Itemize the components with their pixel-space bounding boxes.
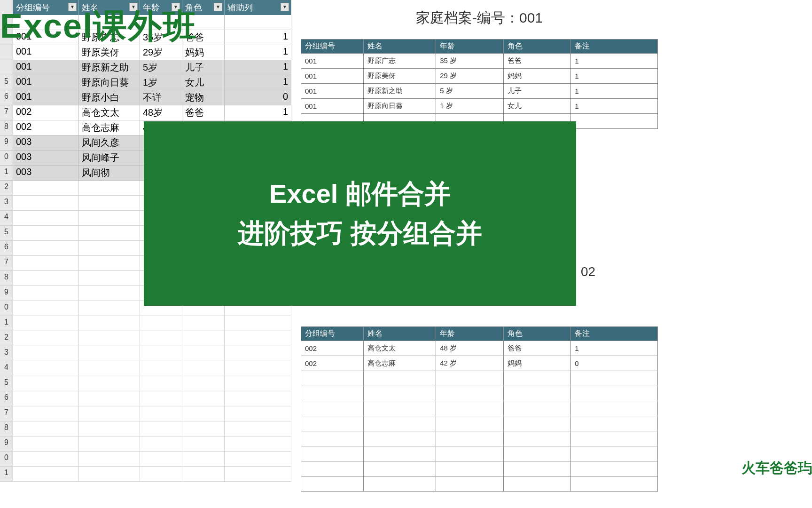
output-row-empty — [301, 476, 658, 492]
cell-age[interactable]: 5岁 — [140, 60, 182, 75]
cell-group[interactable]: 003 — [13, 135, 79, 150]
empty-row[interactable]: 6 — [0, 391, 291, 406]
output-row: 002高仓志麻42 岁妈妈0 — [301, 356, 658, 371]
filter-dropdown-icon[interactable]: ▼ — [214, 3, 222, 11]
output-row-empty — [301, 446, 658, 461]
empty-row[interactable]: 2 — [0, 331, 291, 346]
cell-name[interactable]: 野原小白 — [79, 90, 140, 105]
row-number[interactable]: 9 — [0, 135, 13, 150]
output-table-2: 分组编号 姓名 年龄 角色 备注 002高仓文太48 岁爸爸1002高仓志麻42… — [301, 326, 658, 492]
out-header-group: 分组编号 — [301, 40, 364, 54]
cell-name[interactable]: 高仓志麻 — [79, 120, 140, 135]
cell-name[interactable]: 高仓文太 — [79, 105, 140, 120]
empty-row[interactable]: 7 — [0, 406, 291, 421]
out-header-remark: 备注 — [571, 40, 658, 54]
output-table-1: 分组编号 姓名 年龄 角色 备注 001野原广志35 岁爸爸1001野原美伢29… — [301, 39, 658, 129]
empty-row[interactable]: 9 — [0, 437, 291, 452]
cell-name[interactable]: 野原向日葵 — [79, 75, 140, 90]
cell-group[interactable]: 001 — [13, 75, 79, 90]
cell-helper[interactable] — [225, 15, 291, 30]
row-number[interactable]: 5 — [0, 75, 13, 90]
header-helper[interactable]: 辅助列▼ — [225, 0, 291, 15]
row-number[interactable] — [0, 60, 13, 75]
empty-row[interactable]: 4 — [0, 361, 291, 376]
title-overlay: Excel 邮件合并 进阶技巧 按分组合并 — [144, 121, 576, 306]
overlay-line2: 进阶技巧 按分组合并 — [238, 214, 482, 253]
row-number[interactable]: 7 — [0, 105, 13, 120]
cell-name[interactable]: 风间彻 — [79, 166, 140, 180]
cell-name[interactable]: 野原新之助 — [79, 60, 140, 75]
cell-helper[interactable]: 1 — [225, 75, 291, 90]
row-number[interactable]: 6 — [0, 241, 13, 255]
cell-group[interactable]: 002 — [13, 105, 79, 120]
row-number[interactable]: 1 — [0, 316, 13, 331]
row-number[interactable]: 3 — [0, 196, 13, 210]
row-number[interactable]: 8 — [0, 271, 13, 286]
cell-name[interactable]: 风间久彦 — [79, 135, 140, 150]
cell-helper[interactable]: 0 — [225, 90, 291, 105]
cell-age[interactable]: 不详 — [140, 90, 182, 105]
cell-name[interactable]: 风间峰子 — [79, 151, 140, 165]
row-number[interactable]: 3 — [0, 346, 13, 361]
author-brand: 火车爸爸玙 — [742, 459, 812, 478]
brand-title: Excel课外班 — [0, 4, 197, 49]
table-row[interactable]: 001野原新之助5岁儿子1 — [0, 60, 291, 75]
row-number[interactable]: 1 — [0, 166, 13, 180]
cell-helper[interactable]: 1 — [225, 45, 291, 60]
table-row[interactable]: 7002高仓文太48岁爸爸1 — [0, 105, 291, 120]
row-number[interactable]: 9 — [0, 286, 13, 301]
out-header-age: 年龄 — [436, 40, 504, 54]
output-row: 001野原向日葵1 岁女儿1 — [301, 99, 658, 114]
cell-group[interactable]: 002 — [13, 120, 79, 135]
empty-row[interactable]: 8 — [0, 421, 291, 437]
output-row-empty — [301, 461, 658, 476]
cell-age[interactable]: 48岁 — [140, 105, 182, 120]
row-number[interactable]: 9 — [0, 437, 13, 451]
row-number[interactable]: 0 — [0, 301, 13, 316]
output-row: 001野原美伢29 岁妈妈1 — [301, 69, 658, 84]
cell-group[interactable]: 001 — [13, 60, 79, 75]
row-number[interactable]: 0 — [0, 151, 13, 165]
table-row[interactable]: 5001野原向日葵1岁女儿1 — [0, 75, 291, 90]
empty-row[interactable]: 0 — [0, 452, 291, 467]
empty-row[interactable]: 5 — [0, 376, 291, 391]
cell-group[interactable]: 001 — [13, 90, 79, 105]
cell-role[interactable]: 宠物 — [182, 90, 225, 105]
out-header-role: 角色 — [503, 40, 571, 54]
output-row-empty — [301, 386, 658, 401]
output-title: 家庭档案-编号：001 — [301, 0, 658, 39]
row-number[interactable]: 4 — [0, 361, 13, 376]
row-number[interactable]: 8 — [0, 421, 13, 436]
row-number[interactable]: 1 — [0, 467, 13, 481]
cell-role[interactable]: 女儿 — [182, 75, 225, 90]
output-row: 002高仓文太48 岁爸爸1 — [301, 341, 658, 356]
row-number[interactable]: 2 — [0, 331, 13, 346]
row-number[interactable]: 7 — [0, 256, 13, 270]
out-header-name: 姓名 — [364, 40, 436, 54]
cell-group[interactable]: 003 — [13, 151, 79, 165]
row-number[interactable]: 6 — [0, 391, 13, 406]
cell-group[interactable]: 003 — [13, 166, 79, 180]
output-row: 001野原新之助5 岁儿子1 — [301, 84, 658, 99]
empty-row[interactable]: 1 — [0, 316, 291, 331]
row-number[interactable]: 8 — [0, 120, 13, 135]
row-number[interactable]: 6 — [0, 90, 13, 105]
cell-helper[interactable]: 1 — [225, 30, 291, 45]
row-number[interactable]: 7 — [0, 406, 13, 421]
cell-helper[interactable]: 1 — [225, 105, 291, 120]
row-number[interactable]: 4 — [0, 211, 13, 225]
overlay-line1: Excel 邮件合并 — [269, 174, 451, 214]
row-number[interactable]: 5 — [0, 376, 13, 391]
empty-row[interactable]: 1 — [0, 467, 291, 482]
table-row[interactable]: 6001野原小白不详宠物0 — [0, 90, 291, 105]
cell-role[interactable]: 爸爸 — [182, 105, 225, 120]
cell-role[interactable]: 儿子 — [182, 60, 225, 75]
filter-dropdown-icon[interactable]: ▼ — [281, 3, 289, 11]
cell-age[interactable]: 1岁 — [140, 75, 182, 90]
cell-helper[interactable]: 1 — [225, 60, 291, 75]
row-number[interactable]: 0 — [0, 452, 13, 466]
row-number[interactable]: 2 — [0, 181, 13, 195]
row-number[interactable]: 5 — [0, 226, 13, 240]
empty-row[interactable]: 3 — [0, 346, 291, 361]
output-row: 001野原广志35 岁爸爸1 — [301, 54, 658, 69]
